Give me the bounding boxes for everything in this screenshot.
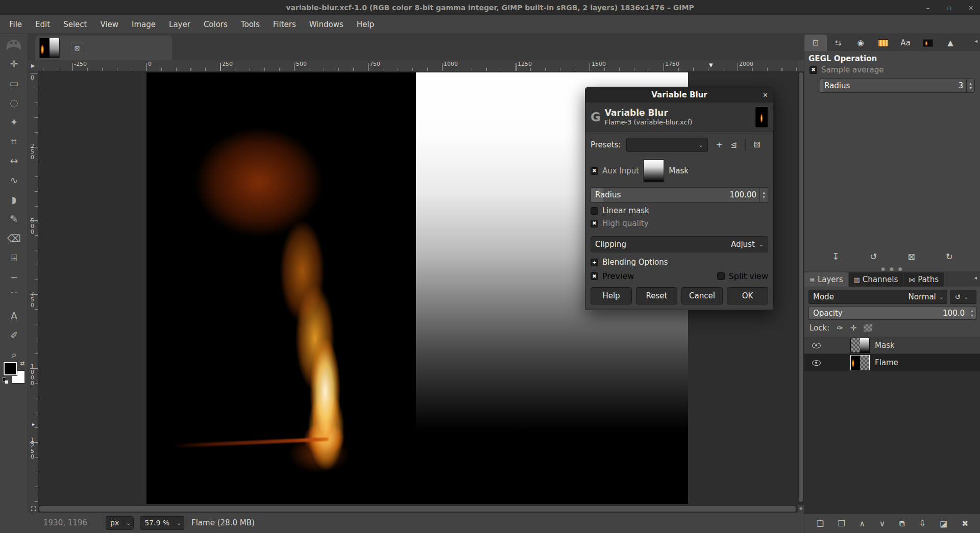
tab-tool-options[interactable]: ⊡ — [804, 35, 827, 51]
duplicate-layer-button[interactable]: ⧉ — [899, 519, 905, 528]
transform-tool-button[interactable]: ↔ — [0, 151, 28, 170]
radius-slider[interactable]: Radius 100.00 ▴ ▾ — [591, 187, 768, 202]
maximize-button[interactable]: ▫ — [945, 4, 953, 12]
image-tab[interactable]: ⊠ — [35, 36, 172, 60]
horizontal-scrollbar[interactable] — [38, 505, 798, 513]
reset-button[interactable]: Reset — [636, 287, 677, 304]
delete-settings-button[interactable]: ⊠ — [908, 251, 915, 262]
tab-dynamics[interactable]: ◉ — [849, 35, 872, 51]
ruler-origin-button[interactable]: ▶ — [28, 60, 38, 71]
quick-mask-toggle[interactable] — [28, 505, 38, 513]
horizontal-scrollbar-thumb[interactable] — [39, 506, 796, 512]
unit-select[interactable]: px ⌄ — [106, 516, 134, 530]
presets-select[interactable]: ⌄ — [626, 138, 708, 152]
warp-tool-button[interactable]: ∿ — [0, 170, 28, 190]
image-tab-close-icon[interactable]: ⊠ — [71, 42, 83, 54]
swap-colors-icon[interactable]: ⇄ — [20, 360, 24, 367]
menu-item-file[interactable]: File — [3, 15, 29, 34]
spin-up-icon[interactable]: ▴ — [763, 190, 765, 195]
paintbrush-tool-button[interactable]: ✎ — [0, 209, 28, 229]
spin-down-icon[interactable]: ▾ — [763, 195, 765, 199]
rectangle-select-tool-button[interactable]: ▭ — [0, 73, 28, 93]
visibility-eye-icon[interactable] — [812, 342, 822, 349]
spin-up-icon[interactable]: ▴ — [971, 309, 973, 313]
menu-item-select[interactable]: Select — [57, 15, 93, 34]
lock-pixels-icon[interactable]: ✑ — [837, 323, 843, 333]
layer-row-flame[interactable]: Flame — [804, 354, 980, 371]
layers-collapse-icon[interactable]: ◂ — [974, 274, 977, 281]
layer-mode-select[interactable]: Mode Normal ⌄ — [808, 290, 947, 304]
foreground-color-swatch[interactable] — [4, 362, 17, 375]
paths-tool-button[interactable]: ⌒ — [0, 287, 28, 306]
tab-paths[interactable]: ⋈ Paths — [903, 272, 944, 287]
split-view-checkbox[interactable] — [717, 272, 725, 280]
menu-item-layer[interactable]: Layer — [162, 15, 197, 34]
delete-layer-button[interactable]: ✖ — [962, 519, 968, 528]
lower-layer-button[interactable]: ∨ — [879, 519, 885, 528]
minimize-button[interactable]: – — [924, 4, 932, 12]
expander-plus-icon[interactable]: + — [591, 259, 598, 266]
layer-row-mask[interactable]: Mask — [804, 337, 980, 354]
add-mask-button[interactable]: ◪ — [940, 519, 947, 528]
menu-item-colors[interactable]: Colors — [197, 15, 234, 34]
dock-splitter-handle[interactable]: ● ● ● — [804, 266, 980, 271]
reset-defaults-button[interactable]: ↻ — [946, 251, 953, 262]
preview-checkbox[interactable]: ✖ — [591, 272, 598, 280]
menu-item-filters[interactable]: Filters — [266, 15, 303, 34]
linear-mask-checkbox[interactable] — [591, 207, 598, 215]
spin-down-icon[interactable]: ▾ — [969, 86, 971, 90]
move-tool-button[interactable]: ✛ — [0, 54, 28, 73]
smudge-tool-button[interactable]: ∽ — [0, 267, 28, 287]
vertical-scrollbar-thumb[interactable] — [799, 72, 803, 502]
opacity-slider[interactable]: Opacity 100.0 ▴ ▾ — [808, 306, 976, 320]
new-group-button[interactable]: ❐ — [838, 519, 845, 528]
vertical-scrollbar[interactable] — [798, 71, 804, 505]
tab-gradients[interactable] — [872, 35, 894, 51]
dialog-titlebar[interactable]: Variable Blur ✕ — [585, 87, 773, 103]
spin-up-icon[interactable]: ▴ — [969, 81, 971, 86]
color-picker-tool-button[interactable]: ✐ — [0, 325, 28, 345]
menu-item-edit[interactable]: Edit — [29, 15, 57, 34]
zoom-select[interactable]: 57.9 % ⌄ — [140, 516, 184, 530]
tab-fonts[interactable]: Aa — [894, 35, 917, 51]
navigation-corner-button[interactable]: ✥ — [798, 505, 804, 513]
dialog-close-icon[interactable]: ✕ — [763, 87, 768, 103]
tab-histogram[interactable]: ▲ — [939, 35, 962, 51]
revert-settings-button[interactable]: ↺ — [870, 251, 877, 262]
menu-item-view[interactable]: View — [93, 15, 125, 34]
clipping-select[interactable]: Clipping Adjust ⌄ — [591, 236, 768, 252]
gegl-radius-slider[interactable]: Radius 3 ▴ ▾ — [820, 79, 975, 93]
tab-layers[interactable]: ≣ Layers — [804, 272, 849, 287]
sample-average-checkbox[interactable]: ✖ — [810, 66, 817, 74]
menu-item-windows[interactable]: Windows — [303, 15, 350, 34]
spinner[interactable]: ▴ ▾ — [966, 79, 974, 92]
menu-item-image[interactable]: Image — [125, 15, 162, 34]
vertical-ruler[interactable]: 0 250 500 750 1000 1250 ▸ — [28, 71, 38, 505]
aux-input-checkbox[interactable]: ✖ — [591, 167, 598, 175]
tab-device-status[interactable]: ⇆ — [827, 35, 849, 51]
lock-alpha-icon[interactable] — [864, 324, 872, 332]
close-button[interactable]: × — [967, 4, 975, 12]
spin-down-icon[interactable]: ▾ — [971, 313, 973, 318]
fuzzy-select-tool-button[interactable]: ✦ — [0, 112, 28, 132]
layer-thumbnail-mask[interactable] — [850, 338, 870, 353]
menu-item-help[interactable]: Help — [350, 15, 381, 34]
aux-input-thumbnail[interactable] — [643, 159, 665, 183]
save-settings-button[interactable]: ↧ — [832, 251, 839, 262]
manage-presets-button[interactable]: ⊴ — [730, 140, 737, 149]
clone-tool-button[interactable]: ⌹ — [0, 248, 28, 267]
lock-position-icon[interactable]: ✛ — [850, 323, 857, 333]
high-quality-checkbox[interactable]: ✖ — [591, 220, 598, 227]
horizontal-ruler[interactable]: -250 0 250 500 750 1000 1250 1500 1750 2… — [38, 60, 798, 71]
new-layer-button[interactable]: ❏ — [817, 519, 824, 528]
blending-options-expander[interactable]: + Blending Options — [591, 258, 768, 267]
visibility-eye-icon[interactable] — [812, 359, 822, 366]
dock-collapse-icon[interactable]: ◂ — [974, 38, 977, 44]
add-preset-button[interactable]: + — [716, 140, 723, 149]
ok-button[interactable]: OK — [727, 287, 768, 304]
eraser-tool-button[interactable]: ⌫ — [0, 229, 28, 248]
randomize-button[interactable]: ⚄ — [754, 140, 761, 149]
layer-thumbnail-flame[interactable] — [850, 355, 870, 370]
tab-channels[interactable]: ▥ Channels — [849, 272, 904, 287]
spinner[interactable]: ▴ ▾ — [760, 188, 768, 202]
